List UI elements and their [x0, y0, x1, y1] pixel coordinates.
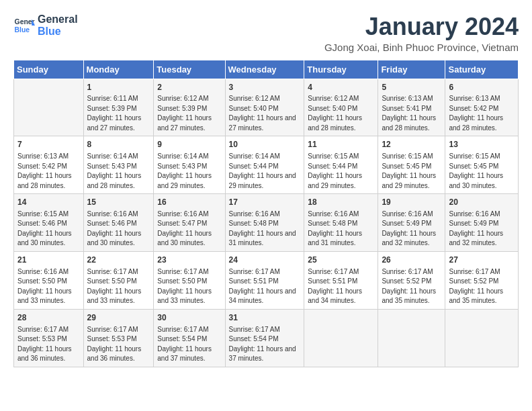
day-number: 11: [308, 139, 374, 150]
day-number: 25: [308, 255, 374, 266]
day-info: Sunrise: 6:17 AMSunset: 5:52 PMDaylight:…: [382, 267, 441, 306]
day-number: 28: [17, 312, 80, 324]
day-info: Sunrise: 6:12 AMSunset: 5:40 PMDaylight:…: [229, 94, 301, 133]
day-info: Sunrise: 6:13 AMSunset: 5:41 PMDaylight:…: [382, 94, 441, 133]
calendar-cell: 26Sunrise: 6:17 AMSunset: 5:52 PMDayligh…: [378, 251, 445, 309]
calendar-cell: 9Sunrise: 6:14 AMSunset: 5:43 PMDaylight…: [154, 136, 225, 194]
day-info: Sunrise: 6:17 AMSunset: 5:53 PMDaylight:…: [17, 325, 80, 364]
day-number: 9: [157, 139, 221, 150]
day-number: 29: [87, 312, 150, 324]
calendar-cell: 29Sunrise: 6:17 AMSunset: 5:53 PMDayligh…: [83, 309, 154, 367]
svg-text:Blue: Blue: [15, 26, 30, 34]
location-subtitle: GJong Xoai, Binh Phuoc Province, Vietnam: [324, 42, 519, 53]
calendar-cell: 11Sunrise: 6:15 AMSunset: 5:44 PMDayligh…: [304, 136, 378, 194]
day-number: 31: [229, 312, 301, 324]
day-info: Sunrise: 6:14 AMSunset: 5:43 PMDaylight:…: [87, 152, 150, 191]
day-number: 27: [449, 255, 515, 266]
day-number: 8: [87, 139, 150, 150]
day-info: Sunrise: 6:16 AMSunset: 5:48 PMDaylight:…: [229, 210, 301, 248]
calendar-cell: 18Sunrise: 6:16 AMSunset: 5:48 PMDayligh…: [304, 194, 378, 252]
calendar-cell: [445, 309, 519, 367]
day-info: Sunrise: 6:15 AMSunset: 5:45 PMDaylight:…: [449, 152, 515, 191]
calendar-cell: 2Sunrise: 6:12 AMSunset: 5:39 PMDaylight…: [154, 79, 225, 136]
title-section: January 2024 GJong Xoai, Binh Phuoc Prov…: [324, 13, 519, 53]
day-info: Sunrise: 6:16 AMSunset: 5:46 PMDaylight:…: [87, 210, 150, 248]
day-info: Sunrise: 6:13 AMSunset: 5:42 PMDaylight:…: [17, 152, 80, 191]
calendar-cell: 10Sunrise: 6:14 AMSunset: 5:44 PMDayligh…: [225, 136, 304, 194]
calendar-cell: 13Sunrise: 6:15 AMSunset: 5:45 PMDayligh…: [445, 136, 519, 194]
day-number: 26: [382, 255, 441, 266]
calendar-cell: 3Sunrise: 6:12 AMSunset: 5:40 PMDaylight…: [225, 79, 304, 136]
month-title: January 2024: [324, 13, 519, 40]
day-info: Sunrise: 6:17 AMSunset: 5:54 PMDaylight:…: [157, 325, 221, 364]
calendar-week-row: 1Sunrise: 6:11 AMSunset: 5:39 PMDaylight…: [14, 79, 519, 136]
day-info: Sunrise: 6:15 AMSunset: 5:44 PMDaylight:…: [308, 152, 374, 191]
calendar-cell: 28Sunrise: 6:17 AMSunset: 5:53 PMDayligh…: [14, 309, 84, 367]
day-info: Sunrise: 6:16 AMSunset: 5:48 PMDaylight:…: [308, 210, 374, 248]
day-info: Sunrise: 6:17 AMSunset: 5:50 PMDaylight:…: [87, 267, 150, 306]
calendar-header-row: SundayMondayTuesdayWednesdayThursdayFrid…: [14, 60, 519, 79]
calendar-table: SundayMondayTuesdayWednesdayThursdayFrid…: [13, 60, 519, 367]
calendar-cell: 21Sunrise: 6:16 AMSunset: 5:50 PMDayligh…: [14, 251, 84, 309]
calendar-week-row: 7Sunrise: 6:13 AMSunset: 5:42 PMDaylight…: [14, 136, 519, 194]
calendar-cell: 8Sunrise: 6:14 AMSunset: 5:43 PMDaylight…: [83, 136, 154, 194]
header-friday: Friday: [378, 60, 445, 79]
calendar-cell: 30Sunrise: 6:17 AMSunset: 5:54 PMDayligh…: [154, 309, 225, 367]
day-info: Sunrise: 6:16 AMSunset: 5:49 PMDaylight:…: [449, 210, 515, 248]
day-number: 12: [382, 139, 441, 150]
day-number: 17: [229, 197, 301, 208]
day-info: Sunrise: 6:15 AMSunset: 5:45 PMDaylight:…: [382, 152, 441, 191]
day-number: 30: [157, 312, 221, 324]
day-number: 14: [17, 197, 80, 208]
logo-text-line1: General: [38, 13, 78, 26]
day-number: 16: [157, 197, 221, 208]
day-number: 23: [157, 255, 221, 266]
calendar-week-row: 21Sunrise: 6:16 AMSunset: 5:50 PMDayligh…: [14, 251, 519, 309]
day-info: Sunrise: 6:17 AMSunset: 5:51 PMDaylight:…: [229, 267, 301, 306]
calendar-cell: 14Sunrise: 6:15 AMSunset: 5:46 PMDayligh…: [14, 194, 84, 252]
day-number: 21: [17, 255, 80, 266]
calendar-cell: 7Sunrise: 6:13 AMSunset: 5:42 PMDaylight…: [14, 136, 84, 194]
calendar-cell: 16Sunrise: 6:16 AMSunset: 5:47 PMDayligh…: [154, 194, 225, 252]
day-number: 22: [87, 255, 150, 266]
calendar-cell: 25Sunrise: 6:17 AMSunset: 5:51 PMDayligh…: [304, 251, 378, 309]
logo: General Blue General Blue: [13, 13, 78, 38]
day-number: 24: [229, 255, 301, 266]
header-thursday: Thursday: [304, 60, 378, 79]
calendar-cell: [14, 79, 84, 136]
day-number: 18: [308, 197, 374, 208]
calendar-cell: 4Sunrise: 6:12 AMSunset: 5:40 PMDaylight…: [304, 79, 378, 136]
day-info: Sunrise: 6:16 AMSunset: 5:47 PMDaylight:…: [157, 210, 221, 248]
calendar-cell: 12Sunrise: 6:15 AMSunset: 5:45 PMDayligh…: [378, 136, 445, 194]
header-sunday: Sunday: [14, 60, 84, 79]
calendar-cell: 5Sunrise: 6:13 AMSunset: 5:41 PMDaylight…: [378, 79, 445, 136]
day-number: 1: [87, 82, 150, 93]
day-info: Sunrise: 6:16 AMSunset: 5:49 PMDaylight:…: [382, 210, 441, 248]
page-header: General Blue General Blue January 2024 G…: [13, 13, 519, 53]
header-tuesday: Tuesday: [154, 60, 225, 79]
calendar-cell: 1Sunrise: 6:11 AMSunset: 5:39 PMDaylight…: [83, 79, 154, 136]
header-saturday: Saturday: [445, 60, 519, 79]
day-info: Sunrise: 6:17 AMSunset: 5:52 PMDaylight:…: [449, 267, 515, 306]
day-number: 3: [229, 82, 301, 93]
day-number: 4: [308, 82, 374, 93]
day-info: Sunrise: 6:17 AMSunset: 5:50 PMDaylight:…: [157, 267, 221, 306]
calendar-cell: 19Sunrise: 6:16 AMSunset: 5:49 PMDayligh…: [378, 194, 445, 252]
day-number: 10: [229, 139, 301, 150]
day-number: 19: [382, 197, 441, 208]
day-number: 15: [87, 197, 150, 208]
day-info: Sunrise: 6:12 AMSunset: 5:40 PMDaylight:…: [308, 94, 374, 133]
header-wednesday: Wednesday: [225, 60, 304, 79]
day-info: Sunrise: 6:14 AMSunset: 5:44 PMDaylight:…: [229, 152, 301, 191]
day-info: Sunrise: 6:13 AMSunset: 5:42 PMDaylight:…: [449, 94, 515, 133]
calendar-cell: 23Sunrise: 6:17 AMSunset: 5:50 PMDayligh…: [154, 251, 225, 309]
day-info: Sunrise: 6:17 AMSunset: 5:51 PMDaylight:…: [308, 267, 374, 306]
calendar-cell: 15Sunrise: 6:16 AMSunset: 5:46 PMDayligh…: [83, 194, 154, 252]
calendar-cell: 27Sunrise: 6:17 AMSunset: 5:52 PMDayligh…: [445, 251, 519, 309]
day-number: 6: [449, 82, 515, 93]
calendar-week-row: 14Sunrise: 6:15 AMSunset: 5:46 PMDayligh…: [14, 194, 519, 252]
logo-icon: General Blue: [13, 15, 35, 36]
day-number: 20: [449, 197, 515, 208]
day-number: 7: [17, 139, 80, 150]
day-number: 13: [449, 139, 515, 150]
